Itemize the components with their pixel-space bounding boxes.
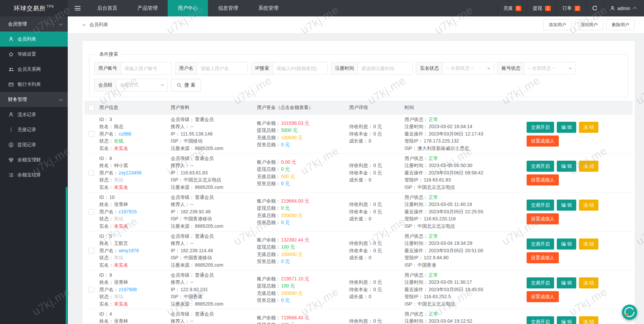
search-input[interactable] (197, 62, 248, 74)
sidebar-item[interactable]: 会员列表 (0, 32, 68, 47)
trade-toggle-button[interactable]: 交易开启 (527, 277, 554, 288)
sidebar-section-title[interactable]: 财务管理 (0, 92, 68, 107)
sidebar-item[interactable]: 提现记录 (0, 137, 68, 152)
row-checkbox[interactable] (89, 248, 94, 254)
trade-toggle-button[interactable]: 交易开启 (527, 200, 554, 211)
search-input[interactable] (273, 62, 327, 74)
field-value[interactable]: 0 元 (281, 166, 290, 172)
page-action-button[interactable]: 添加用户 (543, 19, 572, 30)
field-value[interactable]: 719568.40 元 (281, 315, 309, 320)
trade-toggle-button[interactable]: 交易开启 (527, 161, 554, 172)
field-value[interactable]: 100 元 (281, 283, 295, 288)
topnav-item[interactable]: 用户中心 (168, 0, 208, 16)
edit-button[interactable]: 编 辑 (557, 238, 576, 250)
field-value[interactable]: 132382.44 元 (281, 237, 309, 242)
set-fake-button[interactable]: 设置成假人 (527, 136, 559, 147)
field-value[interactable]: 0 元 (281, 220, 290, 225)
topnav-item[interactable]: 信息管理 (208, 0, 248, 16)
field-value: 中国香港 (184, 294, 203, 299)
freeze-button[interactable]: 冻 结 (579, 316, 598, 324)
field-value[interactable]: cz888 (119, 131, 131, 137)
field-value[interactable]: 0 元 (281, 298, 290, 303)
edit-button[interactable]: 编 辑 (557, 122, 576, 133)
field-value[interactable]: 100000 元 (281, 252, 303, 257)
sidebar-item[interactable]: 流水记录 (0, 107, 68, 122)
field-value: 0 元 (373, 209, 382, 214)
edit-button[interactable]: 编 辑 (557, 316, 576, 324)
page-action-button[interactable]: 冻结用户 (575, 19, 603, 30)
row-checkbox[interactable] (89, 131, 94, 137)
sidebar-item[interactable]: 等级设置 (0, 47, 68, 62)
freeze-button[interactable]: 冻 结 (579, 238, 598, 250)
edit-button[interactable]: 编 辑 (557, 277, 576, 288)
field-value[interactable]: 219664.00 元 (281, 198, 309, 204)
field-value[interactable]: 0 元 (281, 205, 290, 211)
topbar-counter[interactable]: 订单2 (556, 0, 586, 16)
field-label: ISP： (405, 223, 417, 229)
field-value[interactable]: z197908 (119, 287, 137, 292)
field-value[interactable]: 5000 元 (281, 127, 298, 133)
field-value[interactable]: 0 元 (281, 142, 290, 147)
row-checkbox[interactable] (89, 287, 94, 292)
field-value[interactable]: 200000 元 (281, 213, 303, 218)
trade-toggle-button[interactable]: 交易开启 (527, 316, 554, 324)
set-fake-button[interactable]: 设置成假人 (527, 291, 559, 302)
set-fake-button[interactable]: 设置成假人 (527, 252, 559, 263)
freeze-button[interactable]: 冻 结 (579, 277, 598, 288)
field-value[interactable]: 100 元 (281, 322, 295, 324)
search-select[interactable]: -- 全部状态 -- (443, 62, 494, 74)
field-value: 116.63.61.83 (424, 177, 451, 182)
field-value[interactable]: c197915 (119, 209, 137, 214)
search-input[interactable] (358, 62, 412, 74)
field-value[interactable]: 101598.03 元 (281, 120, 309, 126)
topbar-counter[interactable]: 提现1 (527, 0, 556, 16)
field-value[interactable]: 0.00 元 (281, 159, 296, 165)
refresh-button[interactable] (586, 0, 603, 16)
sidebar-item[interactable]: 余额宝理财 (0, 152, 68, 167)
search-select[interactable]: 全部方式 (116, 79, 167, 91)
topnav-item[interactable]: 系统管理 (248, 0, 288, 16)
field-value[interactable]: 200000 元 (281, 290, 303, 296)
set-fake-button[interactable]: 设置成假人 (527, 174, 559, 185)
search-button[interactable]: 搜 索 (171, 79, 201, 92)
freeze-button[interactable]: 冻 结 (579, 200, 598, 211)
field-label: ID： (99, 195, 109, 200)
sidebar-scrollbar[interactable] (66, 187, 67, 324)
field-value[interactable]: 0 元 (281, 259, 290, 264)
sidebar-item[interactable]: 会员关系网 (0, 62, 68, 77)
row-checkbox[interactable] (89, 170, 94, 176)
page-action-button[interactable]: 删除用户 (606, 19, 635, 30)
field-value[interactable]: zxy123456 (119, 170, 142, 175)
trade-toggle-button[interactable]: 交易开启 (527, 122, 554, 133)
row-actions: 交易开启编 辑冻 结设置成假人 (525, 122, 633, 147)
topbar-counter[interactable]: 充值0 (497, 0, 527, 16)
sidebar-item[interactable]: 充值记录 (0, 122, 68, 137)
select-all-checkbox[interactable] (89, 105, 94, 111)
floating-action-button[interactable] (622, 305, 637, 320)
search-input[interactable] (121, 62, 171, 74)
sidebar-item[interactable]: 银行卡列表 (0, 77, 68, 92)
field-value: 普通会员 (195, 233, 214, 239)
sidebar-section-title[interactable]: 会员管理 (0, 16, 68, 32)
sidebar-item-label: 余额宝理财 (17, 157, 41, 163)
admin-menu[interactable]: admin (603, 0, 644, 16)
field-value[interactable]: 100 元 (281, 244, 295, 250)
field-value[interactable]: 0 元 (281, 181, 290, 186)
menu-toggle-icon[interactable] (68, 0, 87, 16)
field-value[interactable]: 219571.10 元 (281, 276, 309, 281)
freeze-button[interactable]: 冻 结 (579, 161, 598, 172)
sidebar-item[interactable]: 余额宝结算 (0, 167, 68, 182)
user-time-cell: 用户状态：正常注册时间：2023-03-05 11:30:17最近操作：2023… (405, 272, 525, 308)
field-value[interactable]: 100000 元 (281, 135, 303, 140)
topnav-item[interactable]: 后台首页 (87, 0, 127, 16)
field-value[interactable]: 500 元 (281, 174, 295, 179)
freeze-button[interactable]: 冻 结 (579, 122, 598, 133)
topnav-item[interactable]: 产品管理 (127, 0, 168, 16)
edit-button[interactable]: 编 辑 (557, 200, 576, 211)
search-select[interactable]: -- 全部状态 -- (524, 62, 575, 74)
set-fake-button[interactable]: 设置成假人 (527, 213, 559, 224)
field-value[interactable]: wmy1976 (119, 248, 139, 253)
trade-toggle-button[interactable]: 交易开启 (527, 238, 554, 250)
row-checkbox[interactable] (89, 209, 94, 215)
edit-button[interactable]: 编 辑 (557, 161, 576, 172)
